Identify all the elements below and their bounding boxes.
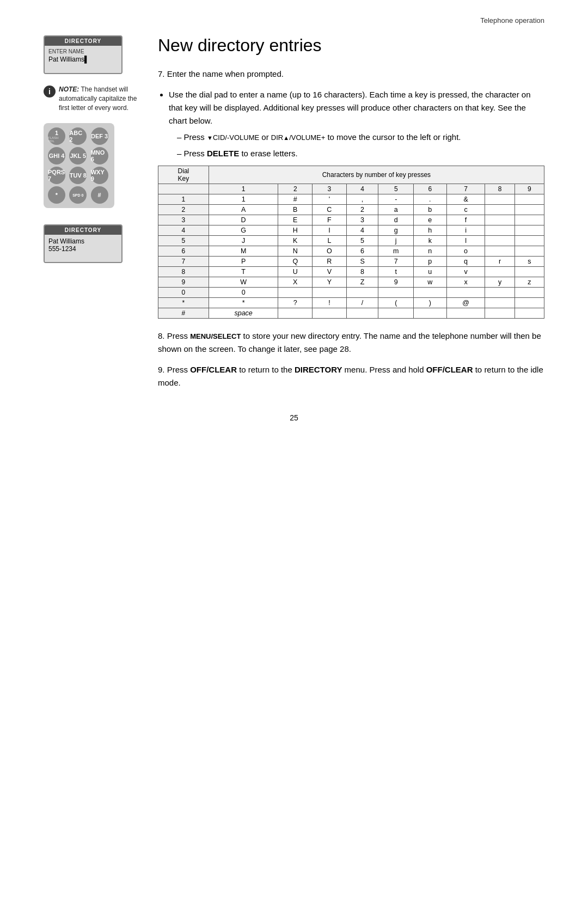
key-3[interactable]: DEF 3 [91,127,108,145]
table-cell-r2-c4: 3 [346,215,378,225]
table-cell-r7-c8 [485,267,514,277]
key-star[interactable]: * [48,186,65,204]
col-header-top: Characters by number of key presses [209,166,544,184]
table-cell-r3-c9 [514,225,544,236]
table-cell-r1-c1: A [209,205,278,215]
table-cell-r8-c2: X [278,277,313,288]
table-cell-r2-c8 [485,215,514,225]
table-cell-r4-c5: j [378,236,414,246]
key-2[interactable]: ABC 2 [69,127,87,145]
table-cell-r1-c9 [514,205,544,215]
table-cell-r6-c8: r [485,257,514,267]
table-cell-r3-c1: G [209,225,278,236]
lcd2-header: DIRECTORY [45,225,121,235]
key-9[interactable]: WXY 9 [91,167,108,184]
table-cell-r8-c0: 9 [158,277,209,288]
step8-text: 8. Press MENU/SELECT to store your new d… [158,330,544,356]
table-cell-r7-c5: t [378,267,414,277]
step8-number: 8. Press [158,331,190,340]
table-cell-r4-c9 [514,236,544,246]
table-cell-r10-c2: ? [278,298,313,308]
table-cell-r11-c7 [446,308,485,319]
table-cell-r7-c6: u [413,267,446,277]
table-cell-r4-c1: J [209,236,278,246]
table-cell-r10-c3: ! [313,298,347,308]
key-8[interactable]: TUV 8 [69,167,87,184]
table-cell-r3-c2: H [278,225,313,236]
table-cell-r3-c7: i [446,225,485,236]
th-2: 2 [278,184,313,194]
key-5[interactable]: JKL 5 [69,147,87,164]
table-cell-r0-c6: . [413,194,446,205]
table-cell-r6-c0: 7 [158,257,209,267]
key-hash[interactable]: # [91,186,108,204]
th-8: 8 [485,184,514,194]
table-cell-r5-c9 [514,246,544,257]
table-cell-r3-c4: 4 [346,225,378,236]
table-cell-r4-c0: 5 [158,236,209,246]
table-cell-r3-c0: 4 [158,225,209,236]
table-cell-r9-c4 [346,288,378,298]
th-6: 6 [413,184,446,194]
table-cell-r9-c0: 0 [158,288,209,298]
lcd1-label: ENTER NAME [48,48,118,54]
table-cell-r0-c1: 1 [209,194,278,205]
th-4: 4 [346,184,378,194]
cid-vol-down-icon: ▼ [207,135,213,141]
dash-item-1: Press ▼CID/-VOLUME or DIR▲/VOLUME+ to mo… [177,131,544,144]
table-cell-r10-c0: * [158,298,209,308]
table-cell-r0-c9 [514,194,544,205]
table-cell-r9-c7 [446,288,485,298]
table-cell-r9-c1: 0 [209,288,278,298]
table-cell-r9-c2 [278,288,313,298]
key-0[interactable]: SPD 0 [69,186,87,204]
th-blank [158,184,209,194]
table-cell-r4-c6: k [413,236,446,246]
left-column: DIRECTORY ENTER NAME Pat Williams i NOTE… [44,35,158,397]
table-cell-r6-c4: S [346,257,378,267]
key-4[interactable]: GHI 4 [48,147,65,164]
table-cell-r10-c5: ( [378,298,414,308]
key-6[interactable]: MNO 6 [91,147,108,164]
table-cell-r5-c2: N [278,246,313,257]
page-header: Telephone operation [0,0,588,30]
table-cell-r4-c8 [485,236,514,246]
table-cell-r11-c5 [378,308,414,319]
table-cell-r8-c5: 9 [378,277,414,288]
th-9: 9 [514,184,544,194]
table-cell-r6-c3: R [313,257,347,267]
table-cell-r11-c1: space [209,308,278,319]
table-cell-r0-c5: - [378,194,414,205]
table-cell-r1-c3: C [313,205,347,215]
dash-item-2: Press DELETE to erase letters. [177,147,544,160]
step9-text: 9. Press OFF/CLEAR to return to the DIRE… [158,363,544,389]
col-dial-key: DialKey [158,166,209,184]
table-cell-r3-c5: g [378,225,414,236]
table-cell-r8-c8: y [485,277,514,288]
table-cell-r11-c6 [413,308,446,319]
table-cell-r8-c4: Z [346,277,378,288]
table-cell-r11-c8 [485,308,514,319]
table-cell-r2-c3: F [313,215,347,225]
key-1[interactable]: 1 FLASH RDL [48,127,65,145]
table-cell-r1-c6: b [413,205,446,215]
table-cell-r8-c1: W [209,277,278,288]
table-cell-r10-c8 [485,298,514,308]
table-cell-r9-c6 [413,288,446,298]
th-7: 7 [446,184,485,194]
table-cell-r2-c7: f [446,215,485,225]
page-title: New directory entries [158,35,544,56]
lcd2-line1: Pat Williams [48,237,118,245]
table-cell-r1-c7: c [446,205,485,215]
table-cell-r4-c2: K [278,236,313,246]
th-5: 5 [378,184,414,194]
table-cell-r0-c3: ' [313,194,347,205]
info-icon: i [44,86,56,97]
table-cell-r11-c9 [514,308,544,319]
key-7[interactable]: PQRS 7 [48,167,65,184]
table-cell-r6-c6: p [413,257,446,267]
table-cell-r5-c8 [485,246,514,257]
table-cell-r10-c7: @ [446,298,485,308]
table-cell-r2-c6: e [413,215,446,225]
table-cell-r2-c2: E [278,215,313,225]
